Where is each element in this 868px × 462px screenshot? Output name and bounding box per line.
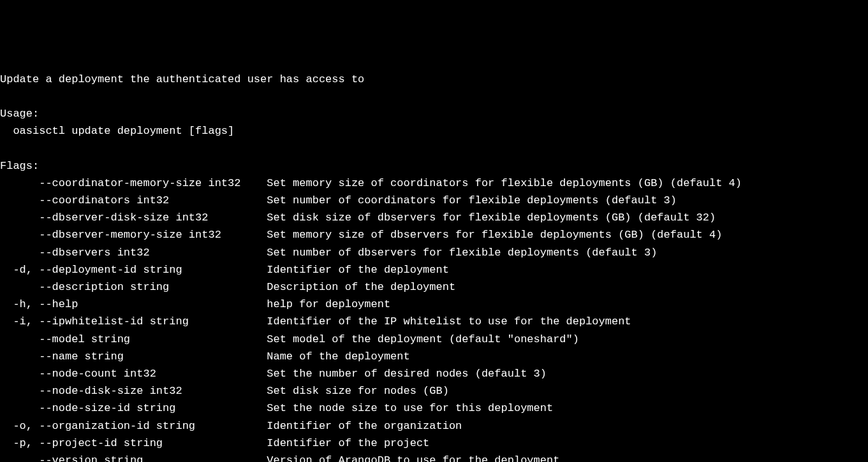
flags-list: --coordinator-memory-size int32 Set memo… bbox=[0, 177, 742, 462]
command-description: Update a deployment the authenticated us… bbox=[0, 73, 364, 85]
usage-header: Usage: bbox=[0, 108, 39, 120]
usage-line: oasisctl update deployment [flags] bbox=[0, 125, 234, 137]
terminal-output: Update a deployment the authenticated us… bbox=[0, 71, 868, 462]
flags-header: Flags: bbox=[0, 160, 39, 172]
